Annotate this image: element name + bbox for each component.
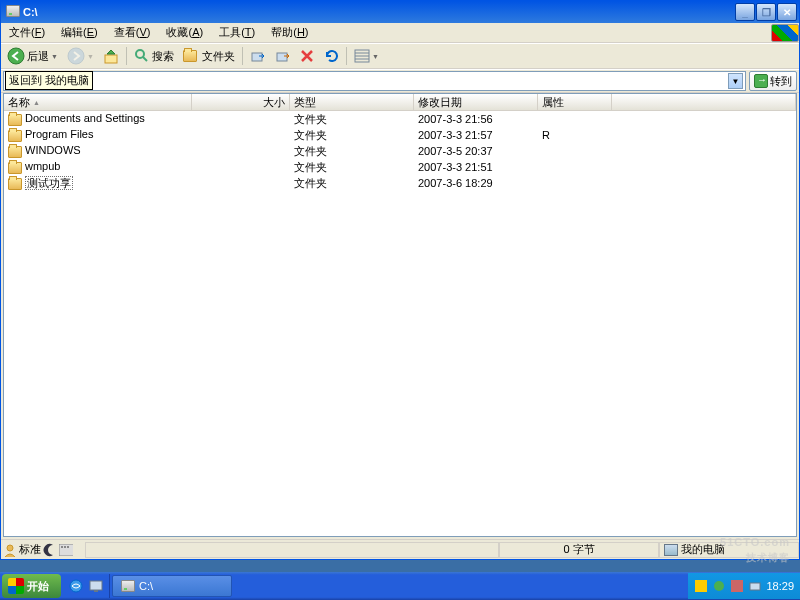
- up-button[interactable]: [99, 45, 123, 67]
- folder-icon: [8, 130, 22, 142]
- svg-rect-18: [94, 590, 98, 592]
- menu-help[interactable]: 帮助(H): [263, 23, 316, 42]
- menu-edit[interactable]: 编辑(E): [53, 23, 106, 42]
- keyboard-icon[interactable]: [59, 543, 73, 557]
- file-name: Program Files: [25, 128, 93, 140]
- file-type: 文件夹: [290, 160, 414, 175]
- quick-launch: [63, 574, 110, 598]
- svg-line-4: [143, 57, 147, 61]
- file-name: 测试功享: [25, 176, 73, 190]
- file-name: Documents and Settings: [25, 112, 145, 124]
- svg-rect-12: [59, 544, 73, 556]
- go-button[interactable]: 转到: [749, 71, 797, 91]
- taskbar: 开始 C:\ 18:29: [0, 572, 800, 600]
- status-panel-bytes: 0 字节: [499, 542, 659, 558]
- tray-icon-3[interactable]: [730, 579, 744, 593]
- dropdown-icon: ▼: [372, 53, 379, 60]
- back-tooltip: 返回到 我的电脑: [5, 71, 93, 90]
- dropdown-icon: ▼: [51, 53, 58, 60]
- file-row[interactable]: Program Files文件夹2007-3-3 21:57R: [4, 127, 796, 143]
- svg-rect-5: [252, 53, 262, 61]
- clock[interactable]: 18:29: [766, 580, 794, 592]
- forward-button[interactable]: ▼: [63, 45, 98, 67]
- separator-icon: [346, 47, 347, 65]
- svg-rect-14: [64, 546, 66, 548]
- separator-icon: [242, 47, 243, 65]
- column-filler: [612, 94, 796, 110]
- address-dropdown-button[interactable]: ▼: [728, 73, 743, 89]
- status-bar: 标准 0 字节 我的电脑: [1, 539, 799, 559]
- svg-point-11: [7, 545, 13, 551]
- svg-rect-19: [695, 580, 707, 592]
- file-rows[interactable]: Documents and Settings文件夹2007-3-3 21:56P…: [4, 111, 796, 536]
- column-name[interactable]: 名称▲: [4, 94, 192, 110]
- file-type: 文件夹: [290, 112, 414, 127]
- user-icon[interactable]: [3, 543, 17, 557]
- file-row[interactable]: Documents and Settings文件夹2007-3-3 21:56: [4, 111, 796, 127]
- minimize-button[interactable]: _: [735, 3, 755, 21]
- address-bar: ▼ 转到: [1, 69, 799, 93]
- menu-file[interactable]: 文件(F): [1, 23, 53, 42]
- address-combo[interactable]: ▼: [3, 71, 746, 91]
- svg-point-1: [68, 48, 84, 64]
- column-attributes[interactable]: 属性: [538, 94, 612, 110]
- back-icon: [7, 47, 25, 65]
- maximize-button[interactable]: ❐: [756, 3, 776, 21]
- file-row[interactable]: 测试功享文件夹2007-3-6 18:29: [4, 175, 796, 191]
- file-modified: 2007-3-3 21:51: [414, 161, 538, 173]
- menu-bar: 文件(F) 编辑(E) 查看(V) 收藏(A) 工具(T) 帮助(H): [1, 23, 799, 43]
- toolbar: 后退 ▼ ▼ 搜索 文件夹 ▼: [1, 43, 799, 69]
- task-button-explorer[interactable]: C:\: [112, 575, 232, 597]
- svg-rect-17: [90, 581, 102, 590]
- svg-rect-6: [277, 53, 287, 61]
- column-size[interactable]: 大小: [192, 94, 290, 110]
- title-bar[interactable]: C:\ _ ❐ ✕: [1, 1, 799, 23]
- svg-rect-21: [731, 580, 743, 592]
- copy-icon: [275, 48, 291, 64]
- search-icon: [134, 48, 150, 64]
- menu-tools[interactable]: 工具(T): [211, 23, 263, 42]
- undo-button[interactable]: [319, 45, 343, 67]
- go-icon: [754, 74, 768, 88]
- computer-icon: [664, 544, 678, 556]
- move-icon: [250, 48, 266, 64]
- drive-icon: [6, 5, 20, 19]
- file-row[interactable]: WINDOWS文件夹2007-3-5 20:37: [4, 143, 796, 159]
- delete-button[interactable]: [296, 45, 318, 67]
- moon-icon[interactable]: [43, 543, 57, 557]
- views-button[interactable]: ▼: [350, 45, 383, 67]
- menu-view[interactable]: 查看(V): [106, 23, 159, 42]
- start-button[interactable]: 开始: [2, 574, 61, 598]
- folders-button[interactable]: 文件夹: [179, 45, 239, 67]
- ie-icon[interactable]: [67, 577, 85, 595]
- file-row[interactable]: wmpub文件夹2007-3-3 21:51: [4, 159, 796, 175]
- close-button[interactable]: ✕: [777, 3, 797, 21]
- delete-icon: [300, 49, 314, 63]
- desktop-icon[interactable]: [87, 577, 105, 595]
- tray-icon-2[interactable]: [712, 579, 726, 593]
- search-button[interactable]: 搜索: [130, 45, 178, 67]
- explorer-window: C:\ _ ❐ ✕ 文件(F) 编辑(E) 查看(V) 收藏(A) 工具(T) …: [0, 0, 800, 560]
- file-attr: R: [538, 129, 612, 141]
- move-to-button[interactable]: [246, 45, 270, 67]
- column-headers: 名称▲ 大小 类型 修改日期 属性: [4, 94, 796, 111]
- views-icon: [354, 49, 370, 63]
- folder-icon: [183, 50, 197, 62]
- back-button[interactable]: 后退 ▼: [3, 45, 62, 67]
- column-modified[interactable]: 修改日期: [414, 94, 538, 110]
- address-input[interactable]: [22, 75, 726, 87]
- file-modified: 2007-3-3 21:57: [414, 129, 538, 141]
- dropdown-icon: ▼: [87, 53, 94, 60]
- file-type: 文件夹: [290, 176, 414, 191]
- file-modified: 2007-3-6 18:29: [414, 177, 538, 189]
- svg-rect-22: [750, 583, 760, 590]
- up-icon: [103, 48, 119, 64]
- copy-to-button[interactable]: [271, 45, 295, 67]
- menu-favorites[interactable]: 收藏(A): [158, 23, 211, 42]
- tray-icon-1[interactable]: [694, 579, 708, 593]
- column-type[interactable]: 类型: [290, 94, 414, 110]
- tray-icon-4[interactable]: [748, 579, 762, 593]
- forward-icon: [67, 47, 85, 65]
- svg-point-3: [136, 50, 144, 58]
- status-panel-location: 我的电脑: [659, 542, 799, 558]
